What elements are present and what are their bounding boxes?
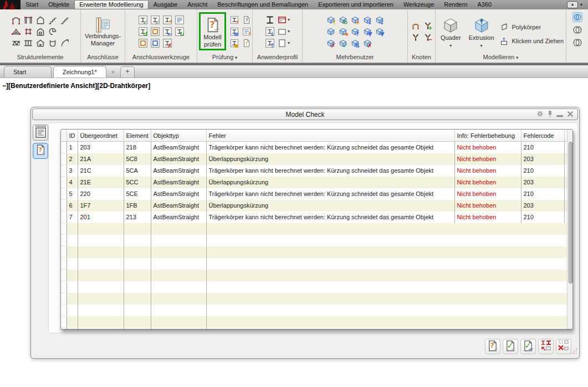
curved-stair-icon[interactable] [60,38,70,48]
modell-pruefen-button[interactable]: ? Modell prüfen [201,14,224,49]
check-list-icon[interactable]: * [242,27,252,37]
report-button[interactable] [33,125,48,141]
row-selector[interactable] [61,177,67,188]
app-logo-icon[interactable] [0,0,21,9]
ribbon-tab-beschriftungen-und-bema-ungen[interactable]: Beschriftungen und Bemaßungen [212,0,313,9]
audit-messages-icon[interactable]: ! [242,38,252,48]
model-check-tab-button[interactable]: ? [33,143,48,159]
table-row[interactable]: 321C5CAAstBeamStraightTrägerkörper kann … [61,165,567,177]
visual-style-1-icon[interactable] [572,12,582,22]
portal-arch-icon[interactable] [11,15,21,25]
sync-all-elements-icon[interactable]: ⇅ [350,38,360,48]
table-row[interactable]: 1203218AstBeamStraightTrägerkörper kann … [61,142,567,153]
gable-wall-opening-icon[interactable] [35,27,45,37]
insert-connection-object-icon[interactable]: ← [162,27,172,37]
group-label-strukturelemente[interactable]: Strukturelemente [0,53,80,63]
ribbon-tab-exportieren-und-importieren[interactable]: Exportieren und importieren [313,0,398,9]
group-label-mehrbenutzer[interactable]: Mehrbenutzer [303,53,407,63]
help-document-icon[interactable]: ? [242,15,252,25]
restore-connection-icon[interactable]: ↺ [138,27,148,37]
handrail-icon[interactable] [48,38,58,48]
table-row[interactable]: 52205CEAstBeamStraightTrägerkörper kann … [61,188,567,200]
ribbon-tab-rendern[interactable]: Rendern [439,0,472,9]
lattice-girder-icon[interactable] [11,38,21,48]
sheet-new-caret-icon[interactable]: ▾ [288,40,290,45]
stair-flight-icon[interactable] [60,15,70,25]
row-selector[interactable] [61,305,67,316]
reload-connection-icon[interactable]: ↻ [175,27,185,37]
table-row[interactable]: 421E5CCAstBeamStraightÜberlappungskürzun… [61,177,567,188]
row-selector-header[interactable] [61,130,67,142]
new-tab-button[interactable]: + [120,66,135,78]
portal-frame-icon[interactable] [23,15,33,25]
minimize-icon[interactable] [556,110,563,120]
connection-frame-icon[interactable] [150,38,160,48]
check-database-button[interactable]: ✓ [520,339,536,354]
connection-section-box-icon[interactable] [150,27,160,37]
row-selector[interactable] [61,165,67,177]
building-icon[interactable] [35,38,45,48]
col-header-fehlercode[interactable]: Fehlercode [521,130,564,142]
plate-girder-icon[interactable] [23,38,33,48]
col-header-id[interactable]: ID [67,130,78,142]
row-selector[interactable] [61,200,67,211]
grid-axes-icon[interactable] [23,27,33,37]
beam-database-export-icon[interactable]: ↓ [265,27,275,37]
clear-marks-button[interactable] [556,339,571,354]
visual-style-3-icon[interactable] [572,38,582,48]
ribbon-tab-ansicht[interactable]: Ansicht [182,0,212,9]
connection-properties-icon[interactable] [175,15,185,25]
check-model-button[interactable]: ? [485,339,500,354]
scrollbar-thumb[interactable] [569,142,572,283]
delete-element-icon[interactable]: ✗ [362,38,372,48]
quader-button[interactable]: Quader [438,13,464,50]
extrusion-button[interactable]: Extrusion [466,13,497,50]
display-configuration-caret-icon[interactable]: ▾ [288,17,290,22]
klicken-und-ziehen-button[interactable]: Klicken und Ziehen [499,36,564,46]
truss-icon[interactable] [11,27,21,37]
group-label-modellieren[interactable]: Modellieren [436,53,566,63]
sync-element-icon[interactable]: ↻ [338,15,348,25]
col-header-fehler[interactable]: Fehler [206,130,454,142]
row-selector[interactable] [61,211,67,223]
polykoerper-button[interactable]: Polykörper [499,22,564,32]
ribbon-toggle-icon[interactable]: ▴ [567,1,578,8]
ribbon-minimize-button[interactable]: ▴ ▾ [561,0,588,9]
clash-check-icon[interactable]: * [229,15,239,25]
verbindungs-manager-button[interactable]: Verbindungs- Manager [82,15,124,48]
row-selector[interactable] [61,235,67,246]
group-label-anwenderprofil[interactable]: Anwenderprofil [253,53,302,63]
verify-all-connections-icon[interactable]: ✓ [150,15,160,25]
ribbon-tab-a360[interactable]: A360 [473,0,497,9]
release-element-icon[interactable] [326,27,336,37]
approve-element-icon[interactable]: ✓ [338,38,348,48]
close-icon[interactable] [567,110,574,120]
col-header-objekttyp[interactable]: Objekttyp [151,130,206,142]
beam-database-import-icon[interactable]: ↑ [265,38,275,48]
vertical-scrollbar[interactable] [567,130,572,329]
display-errors-icon[interactable]: ▦ [229,27,239,37]
create-connection-group-icon[interactable]: * [162,15,172,25]
audit-model-icon[interactable]: ● [229,38,239,48]
delete-connection-icon[interactable]: ✗ [162,38,172,48]
stair-straight-icon[interactable] [48,15,58,25]
viewport-controls-label[interactable]: −][Benutzerdefinierte Ansicht][2D-Drahtk… [2,82,150,90]
table-row[interactable]: 221A5C8AstBeamStraightÜberlappungskürzun… [61,153,567,165]
table-row[interactable]: 61F71FBAstBeamStraightÜberlappungskürzun… [61,200,567,211]
group-label-anschlusswerkzeuge[interactable]: Anschlusswerkzeuge [125,53,197,63]
beam-section-icon[interactable] [265,15,275,25]
gable-wall-icon[interactable] [35,15,45,25]
reject-element-icon[interactable]: ✗ [326,38,336,48]
viewport-frame-icon[interactable] [277,27,287,37]
spiral-stair-icon[interactable] [48,27,58,37]
row-selector[interactable] [61,270,67,281]
row-selector[interactable] [61,246,67,258]
row-selector[interactable] [61,293,67,305]
connection-solid-icon[interactable] [138,38,148,48]
gear-icon[interactable] [536,110,544,120]
table-row[interactable]: 7201213AstBeamStraightTrägerkörper kann … [61,211,567,223]
close-tab-icon[interactable]: × [108,66,118,78]
ribbon-tab-werkzeuge[interactable]: Werkzeuge [398,0,439,9]
row-selector[interactable] [61,281,67,293]
recheck-model-button[interactable]: ✓ [503,339,518,354]
